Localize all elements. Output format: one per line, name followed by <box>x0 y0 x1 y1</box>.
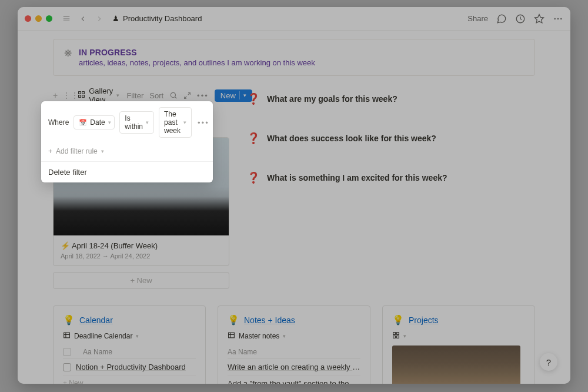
filter-condition-select[interactable]: Is within ▾ <box>119 111 154 134</box>
add-filter-rule-button[interactable]: +Add filter rule▾ <box>41 144 213 161</box>
chevron-down-icon: ▾ <box>183 119 186 125</box>
filter-rule-more-button[interactable]: ••• <box>196 118 211 127</box>
modal-overlay[interactable] <box>18 7 570 384</box>
chevron-down-icon: ▾ <box>146 119 149 125</box>
app-window: ♟ Productivity Dashboard Share ❋ IN PROG… <box>18 7 570 384</box>
chevron-down-icon: ▾ <box>108 119 111 125</box>
delete-filter-button[interactable]: Delete filter <box>41 162 213 182</box>
filter-property-select[interactable]: 📅 Date ▾ <box>74 115 115 129</box>
filter-popover: Where 📅 Date ▾ Is within ▾ The past week… <box>41 101 213 182</box>
where-label: Where <box>48 118 69 127</box>
chevron-down-icon: ▾ <box>101 148 104 154</box>
filter-value-select[interactable]: The past week ▾ <box>159 107 192 138</box>
date-property-icon: 📅 <box>79 119 87 127</box>
